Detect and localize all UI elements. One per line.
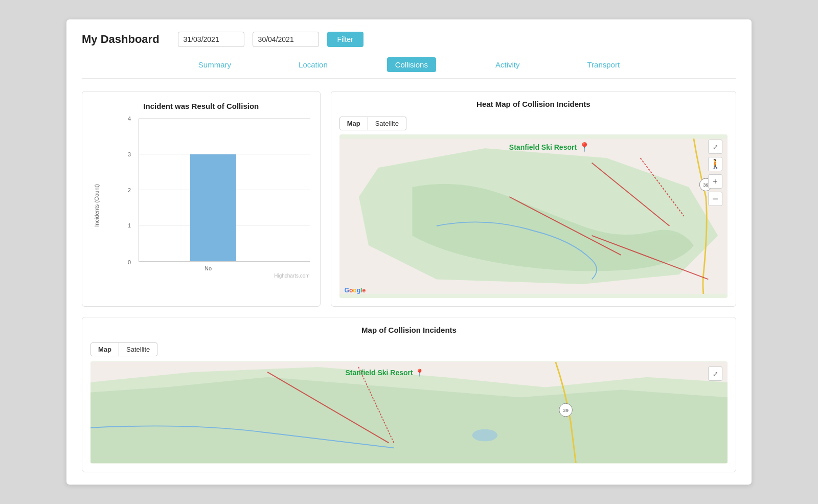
y-tick-3: 3 bbox=[128, 151, 131, 157]
collision-map-pin-icon: 📍 bbox=[415, 369, 424, 377]
dashboard-title: My Dashboard bbox=[82, 33, 160, 46]
bar-no bbox=[190, 154, 236, 261]
zoom-out-button[interactable]: − bbox=[708, 192, 722, 206]
dashboard-container: My Dashboard Filter Summary Location Col… bbox=[66, 19, 752, 485]
bar-chart-title: Incident was Result of Collision bbox=[93, 102, 310, 110]
content-grid: Incident was Result of Collision Inciden… bbox=[82, 91, 736, 307]
heat-map-btn[interactable]: Map bbox=[339, 117, 368, 130]
bar-chart-card: Incident was Result of Collision Inciden… bbox=[82, 91, 321, 307]
tab-location[interactable]: Location bbox=[290, 57, 336, 72]
date-from-input[interactable] bbox=[178, 32, 244, 47]
heat-map-container: 39 Stanfield Ski Resort 📍 ⤢ 🚶 + − Google bbox=[339, 134, 728, 298]
header: My Dashboard Filter bbox=[82, 32, 736, 47]
nav-tabs: Summary Location Collisions Activity Tra… bbox=[82, 57, 736, 79]
google-logo: Google bbox=[345, 287, 366, 294]
svg-point-15 bbox=[472, 429, 497, 442]
y-axis-label: Incidents (Count) bbox=[94, 184, 100, 227]
collision-map-container: 39 Stanfield Ski Resort 📍 ⤢ bbox=[90, 361, 728, 464]
heat-map-controls: ⤢ 🚶 + − bbox=[708, 140, 722, 206]
tab-transport[interactable]: Transport bbox=[579, 57, 628, 72]
expand-button[interactable]: ⤢ bbox=[708, 140, 722, 154]
collision-map-svg: 39 bbox=[90, 361, 728, 464]
heat-map-pin-icon: 📍 bbox=[579, 142, 590, 153]
highcharts-credit: Highcharts.com bbox=[274, 273, 309, 279]
collision-satellite-btn[interactable]: Satellite bbox=[119, 342, 157, 356]
filter-button[interactable]: Filter bbox=[327, 32, 363, 47]
tab-collisions[interactable]: Collisions bbox=[387, 57, 436, 72]
collision-map-resort-label: Stanfield Ski Resort 📍 bbox=[345, 369, 423, 377]
x-label-no: No bbox=[204, 265, 212, 271]
zoom-in-button[interactable]: + bbox=[708, 174, 722, 189]
y-tick-2: 2 bbox=[128, 187, 131, 193]
collision-map-btn[interactable]: Map bbox=[90, 342, 119, 356]
y-tick-0: 0 bbox=[128, 259, 131, 265]
tab-summary[interactable]: Summary bbox=[190, 57, 239, 72]
chart-inner: 0 1 2 3 4 No Highcharts.com bbox=[139, 119, 310, 262]
y-tick-4: 4 bbox=[128, 116, 131, 122]
svg-text:39: 39 bbox=[563, 407, 569, 413]
collision-expand-button[interactable]: ⤢ bbox=[708, 366, 722, 381]
svg-text:39: 39 bbox=[703, 182, 709, 188]
collision-map-card: Map of Collision Incidents Map Satellite… bbox=[82, 317, 736, 472]
heat-map-resort-label: Stanfield Ski Resort 📍 bbox=[509, 142, 590, 153]
street-view-button[interactable]: 🚶 bbox=[708, 157, 722, 171]
heat-map-svg: 39 bbox=[339, 134, 728, 298]
y-tick-1: 1 bbox=[128, 222, 131, 228]
chart-area: Incidents (Count) 0 1 2 3 4 No bbox=[93, 119, 310, 282]
heat-satellite-btn[interactable]: Satellite bbox=[368, 117, 406, 130]
collision-map-title: Map of Collision Incidents bbox=[90, 326, 728, 334]
date-to-input[interactable] bbox=[253, 32, 319, 47]
heat-map-title: Heat Map of Collision Incidents bbox=[339, 100, 728, 108]
tab-activity[interactable]: Activity bbox=[487, 57, 528, 72]
heat-map-card: Heat Map of Collision Incidents Map Sate… bbox=[331, 91, 736, 307]
